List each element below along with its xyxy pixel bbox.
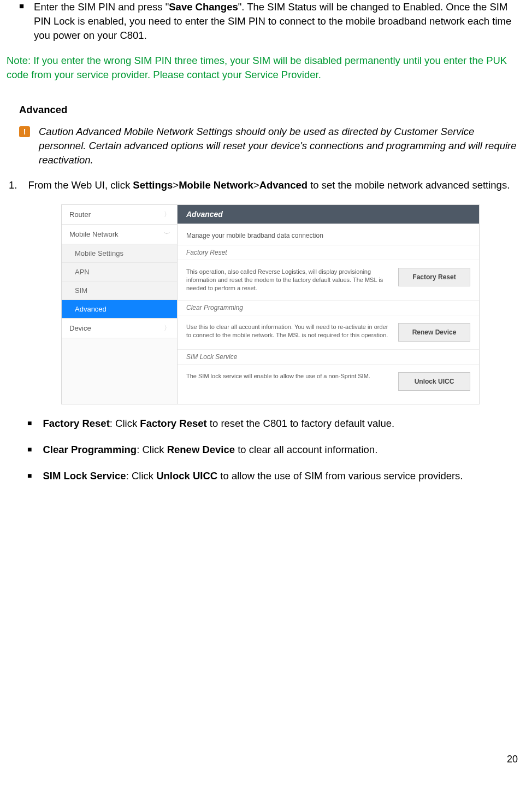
nav-item-apn[interactable]: APN [62,263,177,281]
text-bold: Settings [133,179,173,191]
section-title-clear-programming: Clear Programming [178,300,479,315]
text-fragment: Enter the SIM PIN and press " [34,1,169,13]
section-title-factory-reset: Factory Reset [178,245,479,260]
nav-item-sim[interactable]: SIM [62,281,177,300]
square-bullet-icon: ■ [27,469,32,482]
text-fragment: : Click [126,470,157,481]
text-fragment: to reset the C801 to factory default val… [207,418,394,429]
nav-item-mobile-settings[interactable]: Mobile Settings [62,244,177,263]
text-fragment: to set the mobile network advanced setti… [308,179,510,191]
section-text: Use this to clear all account informatio… [186,323,391,339]
page-number: 20 [507,754,518,765]
unlock-uicc-button[interactable]: Unlock UICC [398,372,470,391]
list-item-clear-programming: ■ Clear Programming: Click Renew Device … [27,443,525,457]
text-fragment: : Click [137,444,167,455]
text-fragment: to clear all account information. [235,444,377,455]
text-bold: Advanced [259,179,308,191]
text-bold: SIM Lock Service [43,470,126,481]
text-fragment: From the Web UI, click [28,179,133,191]
section-row-clear-programming: Use this to clear all account informatio… [178,315,479,349]
list-item-factory-reset: ■ Factory Reset: Click Factory Reset to … [27,416,525,431]
intro-bullet-text: Enter the SIM PIN and press "Save Change… [34,0,519,43]
caution-icon: ! [19,126,30,137]
factory-reset-button[interactable]: Factory Reset [398,268,470,286]
section-title-sim-lock: SIM Lock Service [178,349,479,365]
page-container: ■ Enter the SIM PIN and press "Save Chan… [0,0,532,787]
square-bullet-icon: ■ [27,443,32,456]
section-row-sim-lock: The SIM lock service will enable to allo… [178,365,479,394]
chevron-right-icon: 〉 [164,324,170,333]
list-item-sim-lock-service: ■ SIM Lock Service: Click Unlock UICC to… [27,469,525,483]
pane-description: Manage your mobile bradband data connect… [178,224,479,245]
text-bold: Clear Programming [43,444,137,455]
nav-label: SIM [75,286,87,295]
pane-header: Advanced [178,205,479,224]
text-bold: Factory Reset [43,418,109,429]
nav-label: Advanced [75,305,107,313]
nav-label: APN [75,268,90,276]
nav-label: Router [69,210,91,219]
nav-label: Mobile Network [69,230,119,238]
step-text: From the Web UI, click Settings>Mobile N… [28,178,510,192]
list-text: SIM Lock Service: Click Unlock UICC to a… [43,469,463,483]
square-bullet-icon: ■ [19,0,24,12]
section-text: The SIM lock service will enable to allo… [186,372,391,380]
text-fragment: > [253,179,259,191]
text-fragment: : Click [110,418,140,429]
text-bold: Renew Device [167,444,235,455]
nav-item-router[interactable]: Router 〉 [62,205,177,225]
text-fragment: > [173,179,179,191]
list-text: Factory Reset: Click Factory Reset to re… [43,416,394,431]
nav-label: Device [69,324,91,332]
text-bold: Mobile Network [179,179,253,191]
chevron-down-icon: ﹀ [164,230,170,239]
text-fragment: to allow the use of SIM from various ser… [217,470,463,481]
nav-label: Mobile Settings [75,249,123,257]
nav-spacer [62,338,177,404]
nav-item-mobile-network[interactable]: Mobile Network ﹀ [62,225,177,244]
side-nav: Router 〉 Mobile Network ﹀ Mobile Setting… [62,205,178,404]
intro-bullet: ■ Enter the SIM PIN and press "Save Chan… [19,0,519,43]
caution-row: ! Caution Advanced Mobile Network Settin… [19,125,519,167]
renew-device-button[interactable]: Renew Device [398,323,470,342]
content-pane: Advanced Manage your mobile bradband dat… [178,205,479,404]
advanced-heading: Advanced [19,104,519,116]
text-bold: Factory Reset [140,418,206,429]
section-row-factory-reset: This operation, also called Reverse Logi… [178,260,479,300]
nav-item-device[interactable]: Device 〉 [62,319,177,338]
note-text: Note: If you enter the wrong SIM PIN thr… [7,54,525,82]
caution-text: Caution Advanced Mobile Network Settings… [39,125,519,167]
nav-item-advanced[interactable]: Advanced [62,300,177,319]
step-number: 1. [8,178,17,192]
list-text: Clear Programming: Click Renew Device to… [43,443,377,457]
text-bold: Unlock UICC [156,470,217,481]
text-bold: Save Changes [169,1,238,13]
chevron-right-icon: 〉 [164,210,170,219]
section-text: This operation, also called Reverse Logi… [186,268,391,292]
embedded-screenshot: Router 〉 Mobile Network ﹀ Mobile Setting… [61,204,525,404]
square-bullet-icon: ■ [27,416,32,430]
step-1: 1. From the Web UI, click Settings>Mobil… [7,178,525,192]
